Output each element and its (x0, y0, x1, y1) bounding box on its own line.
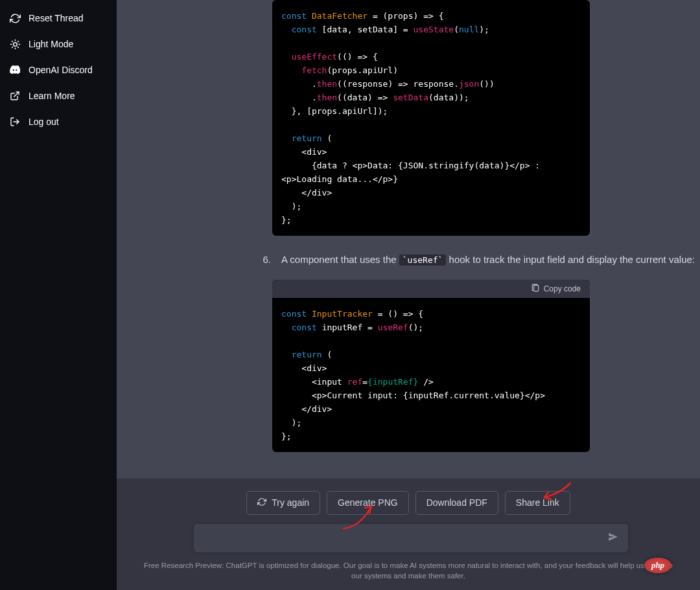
clipboard-icon (531, 284, 540, 295)
try-again-label: Try again (272, 497, 309, 508)
sidebar-item-label: Log out (29, 117, 59, 127)
share-link-button[interactable]: Share Link (505, 491, 570, 515)
list-number: 6. (259, 251, 271, 268)
refresh-icon (257, 497, 266, 508)
sidebar-item-discord[interactable]: OpenAI Discord (5, 57, 111, 83)
copy-code-label: Copy code (544, 284, 581, 293)
code-block-inputtracker: Copy code const InputTracker = () => { c… (272, 280, 590, 452)
disclaimer-text: Free Research Preview: ChatGPT is optimi… (143, 560, 674, 581)
php-watermark-badge: php (644, 558, 671, 573)
logout-icon (9, 116, 21, 128)
sidebar-item-learn-more[interactable]: Learn More (5, 83, 111, 109)
main-panel: const DataFetcher = (props) => { const [… (117, 0, 700, 590)
footer: Try again Generate PNG Download PDF Shar… (117, 479, 700, 590)
code-body: const InputTracker = () => { const input… (272, 298, 590, 452)
sidebar-item-label: OpenAI Discord (29, 65, 93, 75)
sidebar: Reset Thread Light Mode OpenAI Discord L… (0, 0, 117, 590)
sidebar-item-reset-thread[interactable]: Reset Thread (5, 5, 111, 31)
sidebar-item-light-mode[interactable]: Light Mode (5, 31, 111, 57)
chat-input[interactable] (194, 524, 628, 552)
svg-rect-11 (533, 285, 538, 291)
code-body: const DataFetcher = (props) => { const [… (272, 0, 590, 236)
svg-line-3 (12, 41, 12, 41)
send-button[interactable] (603, 524, 623, 552)
external-link-icon (9, 90, 21, 102)
discord-icon (9, 64, 21, 76)
list-text: A component that uses the `useRef` hook … (281, 251, 700, 268)
code-block-datafetcher: const DataFetcher = (props) => { const [… (272, 0, 590, 236)
sidebar-item-label: Learn More (29, 91, 75, 101)
generate-png-label: Generate PNG (338, 497, 398, 508)
svg-line-8 (18, 41, 18, 41)
sidebar-item-logout[interactable]: Log out (5, 109, 111, 135)
sun-icon (9, 38, 21, 50)
share-link-label: Share Link (516, 497, 559, 508)
copy-code-button[interactable]: Copy code (272, 280, 590, 298)
input-row (117, 524, 700, 552)
svg-line-4 (18, 47, 18, 47)
svg-point-0 (13, 42, 17, 46)
svg-line-7 (12, 47, 12, 47)
refresh-icon (9, 12, 21, 24)
answer-list-item-6: 6. A component that uses the `useRef` ho… (259, 251, 700, 268)
download-pdf-label: Download PDF (426, 497, 487, 508)
send-icon (607, 531, 619, 545)
download-pdf-button[interactable]: Download PDF (415, 491, 498, 515)
action-row: Try again Generate PNG Download PDF Shar… (117, 491, 700, 515)
inline-code-useref: `useRef` (399, 255, 447, 266)
try-again-button[interactable]: Try again (246, 491, 320, 515)
conversation-area: const DataFetcher = (props) => { const [… (117, 0, 700, 479)
sidebar-item-label: Light Mode (29, 39, 73, 49)
sidebar-item-label: Reset Thread (29, 13, 84, 23)
assistant-message: const DataFetcher = (props) => { const [… (259, 0, 700, 452)
generate-png-button[interactable]: Generate PNG (327, 491, 409, 515)
svg-line-9 (14, 92, 19, 96)
